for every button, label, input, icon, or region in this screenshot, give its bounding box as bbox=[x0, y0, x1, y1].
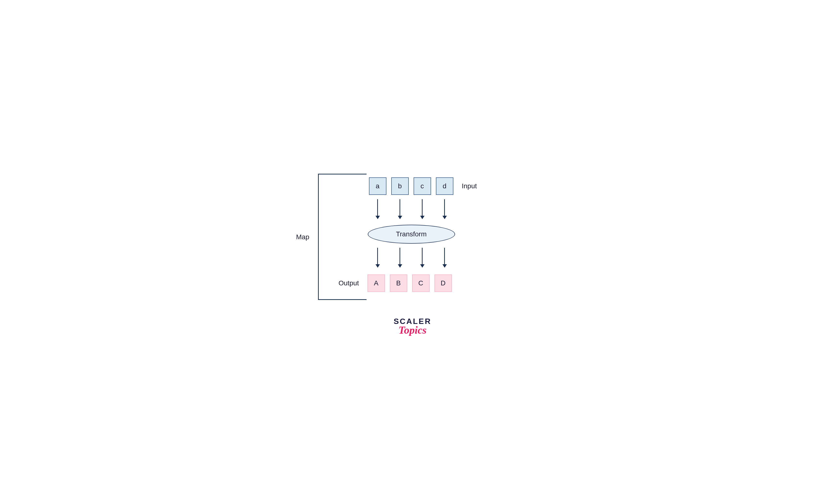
map-diagram: Map a b c d Input Transform Output A bbox=[291, 163, 510, 308]
input-box-b: b bbox=[391, 177, 409, 195]
arrow-cell bbox=[391, 197, 409, 221]
output-box-c: C bbox=[412, 275, 430, 292]
map-label: Map bbox=[296, 233, 309, 241]
scaler-topics-logo: SCALER Topics bbox=[394, 317, 432, 336]
arrow-down-icon bbox=[422, 248, 423, 267]
arrow-down-icon bbox=[399, 248, 400, 267]
arrows-transform-to-output bbox=[369, 245, 453, 270]
arrow-cell bbox=[414, 197, 431, 221]
input-label: Input bbox=[462, 182, 477, 190]
arrow-down-icon bbox=[422, 199, 423, 219]
arrow-cell bbox=[369, 197, 386, 221]
input-box-a: a bbox=[369, 177, 386, 195]
arrow-cell bbox=[436, 197, 453, 221]
arrows-input-to-transform bbox=[369, 197, 453, 221]
output-row: Output A B C D bbox=[339, 275, 452, 292]
arrow-cell bbox=[391, 245, 409, 270]
arrow-cell bbox=[436, 245, 453, 270]
transform-node: Transform bbox=[368, 225, 455, 244]
arrow-cell bbox=[369, 245, 386, 270]
input-box-c: c bbox=[414, 177, 431, 195]
input-box-d: d bbox=[436, 177, 453, 195]
arrow-cell bbox=[414, 245, 431, 270]
output-label: Output bbox=[339, 279, 359, 287]
input-row: a b c d Input bbox=[369, 177, 477, 195]
arrow-down-icon bbox=[399, 199, 400, 219]
output-box-a: A bbox=[368, 275, 385, 292]
arrow-down-icon bbox=[377, 199, 378, 219]
logo-line2: Topics bbox=[394, 324, 432, 336]
diagram-container: Map a b c d Input Transform Output A bbox=[243, 148, 583, 356]
output-box-d: D bbox=[435, 275, 452, 292]
arrow-down-icon bbox=[377, 248, 378, 267]
output-box-b: B bbox=[390, 275, 407, 292]
arrow-down-icon bbox=[444, 199, 445, 219]
arrow-down-icon bbox=[444, 248, 445, 267]
